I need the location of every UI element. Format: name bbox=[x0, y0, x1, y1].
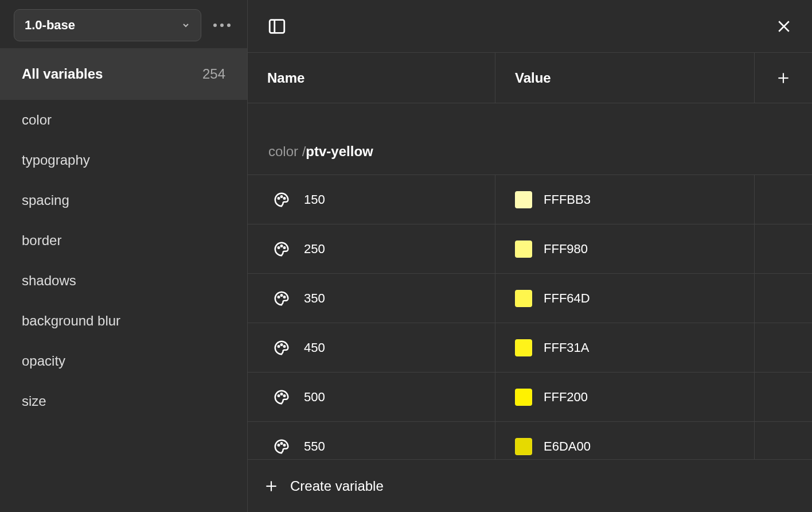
group-item[interactable]: size bbox=[0, 381, 247, 421]
svg-point-7 bbox=[281, 196, 283, 197]
variable-name-cell[interactable]: 250 bbox=[248, 224, 495, 273]
color-swatch bbox=[515, 290, 532, 307]
variable-value: FFF980 bbox=[544, 242, 588, 257]
sidebar: 1.0-base All variables 254 colortypograp… bbox=[0, 0, 248, 512]
svg-point-10 bbox=[281, 245, 283, 247]
svg-rect-0 bbox=[270, 20, 284, 33]
variable-name: 550 bbox=[304, 439, 325, 454]
palette-icon bbox=[273, 438, 290, 455]
variable-group-header: color / ptv-yellow bbox=[248, 103, 812, 174]
row-end bbox=[755, 422, 812, 459]
group-item[interactable]: shadows bbox=[0, 261, 247, 301]
group-count: 254 bbox=[202, 66, 225, 82]
group-label: typography bbox=[22, 152, 90, 168]
column-header-name: Name bbox=[248, 53, 495, 103]
sidebar-header: 1.0-base bbox=[0, 0, 247, 48]
close-icon[interactable] bbox=[775, 18, 793, 35]
group-label: background blur bbox=[22, 313, 120, 329]
variable-name: 500 bbox=[304, 390, 325, 405]
palette-icon bbox=[273, 191, 290, 208]
variable-value-cell[interactable]: FFF64D bbox=[495, 274, 755, 323]
group-label: border bbox=[22, 232, 61, 249]
create-variable-label: Create variable bbox=[290, 478, 384, 494]
palette-icon bbox=[273, 339, 290, 356]
group-item[interactable]: color bbox=[0, 100, 247, 140]
variable-name: 350 bbox=[304, 291, 325, 306]
more-button[interactable] bbox=[210, 14, 233, 37]
variable-name-cell[interactable]: 450 bbox=[248, 323, 495, 372]
svg-point-8 bbox=[284, 197, 286, 199]
group-label: size bbox=[22, 393, 46, 409]
palette-icon bbox=[273, 241, 290, 258]
variable-rows: 150FFFBB3250FFF980350FFF64D450FFF31A500F… bbox=[248, 174, 812, 459]
collection-dropdown[interactable]: 1.0-base bbox=[14, 9, 201, 41]
variable-name-cell[interactable]: 150 bbox=[248, 175, 495, 224]
color-swatch bbox=[515, 389, 532, 406]
table-row: 450FFF31A bbox=[248, 323, 812, 372]
variable-value: FFFBB3 bbox=[544, 192, 591, 207]
variable-value-cell[interactable]: E6DA00 bbox=[495, 422, 755, 459]
color-swatch bbox=[515, 438, 532, 455]
columns-header: Name Value bbox=[248, 53, 812, 103]
svg-point-21 bbox=[278, 444, 280, 446]
row-end bbox=[755, 323, 812, 372]
variable-name-cell[interactable]: 350 bbox=[248, 274, 495, 323]
sidebar-toggle-icon[interactable] bbox=[267, 17, 287, 36]
group-label: spacing bbox=[22, 192, 69, 208]
main-toolbar bbox=[248, 0, 812, 53]
group-item-all[interactable]: All variables 254 bbox=[0, 48, 247, 100]
group-list: colortypographyspacingbordershadowsbackg… bbox=[0, 100, 247, 421]
chevron-down-icon bbox=[181, 21, 190, 30]
add-mode-button[interactable] bbox=[755, 53, 812, 103]
create-variable-button[interactable]: Create variable bbox=[248, 459, 812, 512]
row-end bbox=[755, 274, 812, 323]
svg-point-15 bbox=[278, 346, 280, 347]
table-row: 550E6DA00 bbox=[248, 421, 812, 459]
svg-point-20 bbox=[284, 395, 286, 397]
color-swatch bbox=[515, 241, 532, 258]
palette-icon bbox=[273, 389, 290, 406]
variable-name-cell[interactable]: 550 bbox=[248, 422, 495, 459]
group-label: All variables bbox=[22, 66, 103, 82]
group-item[interactable]: typography bbox=[0, 140, 247, 180]
svg-point-22 bbox=[281, 443, 283, 444]
variable-name: 250 bbox=[304, 242, 325, 257]
svg-point-19 bbox=[281, 393, 283, 395]
variable-value-cell[interactable]: FFF980 bbox=[495, 224, 755, 273]
group-item[interactable]: border bbox=[0, 220, 247, 261]
svg-point-11 bbox=[284, 247, 286, 249]
variable-value-cell[interactable]: FFF31A bbox=[495, 323, 755, 372]
group-item[interactable]: background blur bbox=[0, 301, 247, 341]
plus-icon bbox=[264, 479, 279, 494]
main-panel: Name Value color / ptv-yellow 150FFFBB32… bbox=[248, 0, 812, 512]
svg-point-18 bbox=[278, 395, 280, 397]
variable-value: FFF200 bbox=[544, 390, 588, 405]
group-item[interactable]: opacity bbox=[0, 341, 247, 381]
svg-point-13 bbox=[281, 294, 283, 296]
group-item[interactable]: spacing bbox=[0, 180, 247, 220]
variable-value: FFF31A bbox=[544, 340, 589, 355]
variable-value-cell[interactable]: FFFBB3 bbox=[495, 175, 755, 224]
column-header-value: Value bbox=[495, 53, 755, 103]
variable-value: FFF64D bbox=[544, 291, 590, 306]
group-label: opacity bbox=[22, 353, 65, 369]
svg-point-12 bbox=[278, 296, 280, 298]
palette-icon bbox=[273, 290, 290, 307]
variable-name: 150 bbox=[304, 192, 325, 207]
group-name: ptv-yellow bbox=[306, 143, 373, 160]
table-row: 150FFFBB3 bbox=[248, 174, 812, 224]
variable-value-cell[interactable]: FFF200 bbox=[495, 373, 755, 421]
row-end bbox=[755, 373, 812, 421]
variable-name-cell[interactable]: 500 bbox=[248, 373, 495, 421]
row-end bbox=[755, 224, 812, 273]
group-label: color bbox=[22, 112, 52, 128]
color-swatch bbox=[515, 339, 532, 356]
table-row: 350FFF64D bbox=[248, 273, 812, 323]
group-label: shadows bbox=[22, 273, 76, 289]
group-prefix: color / bbox=[268, 143, 306, 160]
color-swatch bbox=[515, 191, 532, 208]
row-end bbox=[755, 175, 812, 224]
variable-name: 450 bbox=[304, 340, 325, 355]
svg-point-9 bbox=[278, 247, 280, 249]
svg-point-14 bbox=[284, 296, 286, 298]
